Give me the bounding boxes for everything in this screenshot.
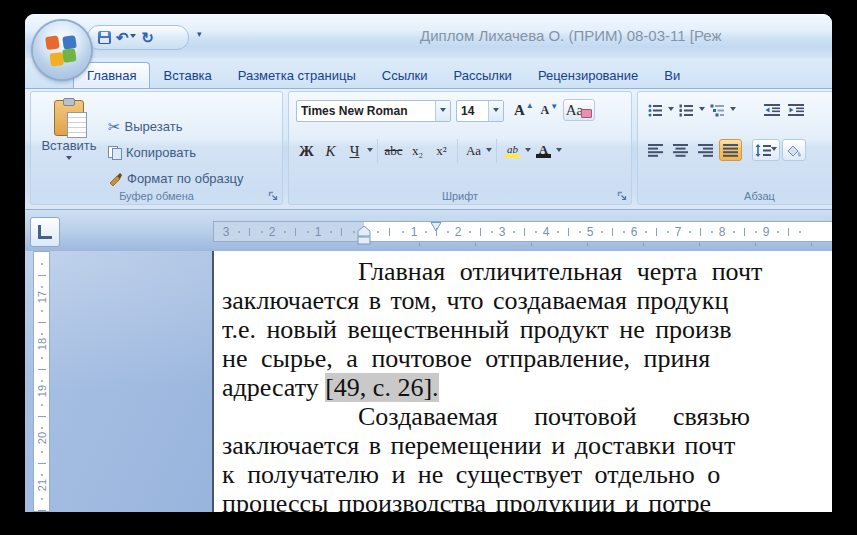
clipboard-dialog-launcher[interactable] (268, 191, 279, 202)
bullets-dropdown-arrow-icon[interactable] (668, 107, 674, 114)
doc-text[interactable]: т.е. новый вещественный продукт не произ… (222, 315, 732, 344)
ruler-tick-dot (733, 231, 735, 233)
highlight-dropdown-arrow-icon[interactable] (525, 148, 531, 155)
ruler-tick-dot (667, 231, 669, 233)
redo-arrow-icon: ↻ (141, 29, 154, 47)
tab-Рецензирование[interactable]: Рецензирование (525, 63, 651, 89)
change-case-dropdown-arrow-icon[interactable] (486, 148, 492, 155)
font-name-dropdown[interactable] (435, 101, 450, 121)
multilevel-list-icon (710, 104, 725, 117)
vertical-ruler-tick-dot (41, 286, 43, 288)
citation-highlight[interactable]: [49, с. 26]. (325, 373, 438, 402)
doc-line[interactable]: заключается в перемещении и доставки поч… (222, 431, 735, 460)
document-page[interactable]: Главная отличительная черта почтзаключае… (212, 251, 832, 512)
copy-button[interactable]: Копировать (105, 144, 199, 161)
tab-Ви[interactable]: Ви (651, 63, 693, 89)
ruler-number: 2 (455, 225, 462, 239)
font-color-button[interactable]: А (532, 140, 555, 162)
doc-line[interactable]: т.е. новый вещественный продукт не произ… (222, 315, 732, 344)
numbered-list-icon (679, 104, 694, 117)
change-case-button[interactable]: Аа (462, 140, 485, 162)
vertical-ruler-tick-bar (38, 416, 46, 417)
ruler-number: 9 (763, 225, 770, 239)
subscript-button[interactable]: х₂ (406, 140, 429, 162)
bold-button[interactable]: Ж (295, 140, 318, 162)
numbering-dropdown-arrow-icon[interactable] (699, 107, 705, 114)
doc-line[interactable]: к получателю и не существует отдельно о (222, 460, 720, 489)
undo-button[interactable]: ↶ (116, 27, 136, 48)
line-spacing-button[interactable] (752, 139, 780, 161)
line-spacing-dropdown-arrow-icon[interactable] (771, 147, 777, 154)
clear-formatting-button[interactable]: Аа (563, 99, 595, 121)
doc-line[interactable]: заключается в том, что создаваемая проду… (222, 286, 728, 315)
increase-indent-button[interactable] (784, 99, 807, 121)
doc-text[interactable]: заключается в том, что создаваемая проду… (222, 286, 728, 315)
shrink-font-button[interactable]: А▼ (538, 99, 561, 121)
doc-line[interactable]: адресату [49, с. 26]. (222, 373, 439, 402)
line-spacing-icon (755, 144, 771, 157)
tab-Вставка[interactable]: Вставка (150, 63, 224, 89)
paint-bucket-icon (785, 143, 803, 157)
doc-line[interactable]: Главная отличительная черта почт (358, 257, 762, 286)
doc-text[interactable]: не сырье, а почтовое отправление, приня (222, 344, 710, 373)
tab-Ссылки[interactable]: Ссылки (369, 63, 441, 89)
grow-font-button[interactable]: А▲ (512, 99, 536, 121)
ruler-tick-dot (579, 231, 581, 233)
font-name-combo[interactable]: Times New Roman (296, 100, 451, 122)
vertical-ruler[interactable]: 1718192021 (33, 251, 50, 512)
tab-Разметка страницы[interactable]: Разметка страницы (225, 63, 369, 89)
ruler-number: 2 (269, 225, 276, 239)
undo-dropdown-arrow-icon[interactable] (130, 34, 136, 41)
scissors-icon: ✂ (108, 120, 121, 134)
multilevel-dropdown-arrow-icon[interactable] (730, 107, 736, 114)
customize-qat-button[interactable]: ▾ (197, 30, 202, 39)
font-color-dropdown-arrow-icon[interactable] (556, 148, 562, 155)
default-tab-stop-tick (475, 243, 476, 246)
doc-text[interactable]: заключается в перемещении и доставки поч… (222, 431, 735, 460)
doc-line[interactable]: не сырье, а почтовое отправление, приня (222, 344, 710, 373)
italic-button[interactable]: К (319, 140, 342, 162)
superscript-button[interactable]: х² (430, 140, 453, 162)
tab-Рассылки[interactable]: Рассылки (441, 63, 525, 89)
underline-button[interactable]: Ч (343, 140, 366, 162)
underline-dropdown-arrow-icon[interactable] (367, 148, 373, 155)
tab-selector-button[interactable] (30, 217, 60, 247)
decrease-indent-button[interactable] (760, 99, 783, 121)
numbering-button[interactable] (675, 99, 698, 121)
doc-text[interactable]: Главная отличительная черта почт (358, 257, 762, 286)
paste-dropdown-arrow-icon[interactable] (66, 156, 72, 163)
office-button[interactable] (33, 21, 91, 79)
strikethrough-button[interactable]: abc (382, 140, 405, 162)
doc-text[interactable]: адресату (222, 373, 325, 402)
ruler-tick-bar (612, 228, 613, 236)
format-painter-button[interactable]: Формат по образцу (105, 170, 247, 187)
doc-text[interactable]: процессы производства продукции и потре (222, 489, 711, 512)
font-dialog-launcher[interactable] (617, 191, 628, 202)
redo-button[interactable]: ↻ (139, 27, 157, 48)
doc-text[interactable]: Создаваемая почтовой связью (358, 402, 750, 431)
highlight-button[interactable]: ab (501, 140, 524, 162)
paste-button[interactable]: Вставить (39, 96, 99, 200)
bullets-button[interactable] (644, 99, 667, 121)
left-indent-marker[interactable] (357, 226, 371, 248)
horizontal-ruler[interactable]: 321123456789 (213, 221, 832, 242)
align-right-icon (698, 144, 713, 157)
shading-button[interactable] (782, 139, 806, 161)
doc-line[interactable]: процессы производства продукции и потре (222, 489, 711, 512)
cut-button[interactable]: ✂ Вырезать (105, 118, 185, 135)
ruler-tick-bar (249, 228, 250, 236)
align-center-button[interactable] (669, 139, 692, 161)
align-left-icon (648, 144, 663, 157)
justify-button-active[interactable] (719, 139, 742, 161)
align-right-button[interactable] (694, 139, 717, 161)
save-button[interactable] (95, 27, 113, 48)
multilevel-list-button[interactable] (706, 99, 729, 121)
font-size-combo[interactable]: 14 (456, 100, 504, 122)
font-size-dropdown[interactable] (488, 101, 503, 121)
ribbon: Вставить ✂ Вырезать Копировать (25, 88, 832, 210)
doc-line[interactable]: Создаваемая почтовой связью (358, 402, 750, 431)
doc-text[interactable]: к получателю и не существует отдельно о (222, 460, 720, 489)
align-left-button[interactable] (644, 139, 667, 161)
ruler-tick-dot (469, 231, 471, 233)
ruler-tick-dot (261, 231, 263, 233)
